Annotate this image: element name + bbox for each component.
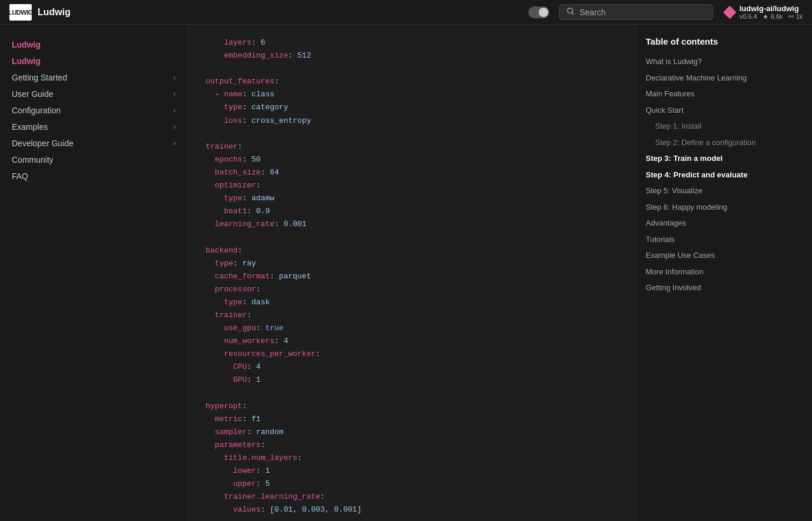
repo-details: ludwig-ai/ludwig v0.6.4 ★ 8.6k ⚯ 1k xyxy=(739,4,803,21)
sidebar-item-label: FAQ xyxy=(12,172,28,181)
code-line: type: adamw xyxy=(206,192,618,205)
search-placeholder: Search xyxy=(579,8,605,17)
sidebar-item-label: Ludwig xyxy=(12,40,41,49)
code-line: - name: class xyxy=(206,88,618,101)
code-line: loss: cross_entropy xyxy=(206,115,618,127)
sidebar-item-getting-started[interactable]: Getting Started › xyxy=(0,69,187,86)
repo-version: v0.6.4 xyxy=(739,13,757,21)
toc-item-main-features[interactable]: Main Features xyxy=(646,86,803,102)
code-line: lower: 1 xyxy=(206,465,618,478)
sidebar-item-faq[interactable]: FAQ xyxy=(0,168,187,184)
code-line: type: ray xyxy=(206,257,618,270)
logo-box: LUDWIG xyxy=(9,4,32,21)
sidebar-item-label: Ludwig xyxy=(12,56,41,66)
repo-stars: ★ 8.6k xyxy=(763,13,783,21)
code-line: use_gpu: true xyxy=(206,322,618,335)
sidebar-item-label: User Guide xyxy=(12,89,53,99)
main-content: layers: 6 embedding_size: 512 output_fea… xyxy=(188,25,636,521)
code-line: parameters: xyxy=(206,439,618,452)
code-line: learning_rate: 0.001 xyxy=(206,218,618,231)
sidebar-item-label: Community xyxy=(12,155,53,164)
code-line: sampler: random xyxy=(206,426,618,439)
logo-text: LUDWIG xyxy=(8,9,33,16)
toc-item-step5[interactable]: Step 5: Visualize xyxy=(646,183,803,199)
code-line: CPU: 4 xyxy=(206,361,618,374)
repo-stats: v0.6.4 ★ 8.6k ⚯ 1k xyxy=(739,13,803,21)
code-line: hyperopt: xyxy=(206,400,618,413)
search-icon xyxy=(566,7,575,17)
repo-name: ludwig-ai/ludwig xyxy=(739,4,803,13)
logo-area[interactable]: LUDWIG Ludwig xyxy=(9,4,71,21)
sidebar-item-community[interactable]: Community xyxy=(0,152,187,168)
code-line: metric: f1 xyxy=(206,413,618,426)
chevron-right-icon: › xyxy=(173,90,176,98)
toc-item-tutorials[interactable]: Tutorials xyxy=(646,231,803,248)
toc-item-advantages[interactable]: Advantages xyxy=(646,215,803,231)
repo-forks: ⚯ 1k xyxy=(788,13,803,21)
sidebar-item-label: Getting Started xyxy=(12,73,67,82)
theme-toggle[interactable] xyxy=(528,6,549,18)
toc-item-step6[interactable]: Step 6: Happy modeling xyxy=(646,199,803,216)
code-line xyxy=(206,127,618,140)
code-line: trainer: xyxy=(206,140,618,153)
svg-line-1 xyxy=(572,12,574,14)
toc-item-what-is-ludwig[interactable]: What is Ludwig? xyxy=(646,53,803,70)
site-title: Ludwig xyxy=(38,7,71,18)
sidebar-item-configuration[interactable]: Configuration › xyxy=(0,102,187,119)
sidebar-item-ludwig-brand[interactable]: Ludwig xyxy=(0,36,187,53)
code-line xyxy=(206,62,618,75)
sidebar-item-label: Examples xyxy=(12,122,48,132)
header: LUDWIG Ludwig Search ludwig-ai/ludwig v0… xyxy=(0,0,812,25)
toc-item-step2[interactable]: Step 2: Define a configuration xyxy=(646,135,803,151)
code-line: embedding_size: 512 xyxy=(206,49,618,62)
code-block: layers: 6 embedding_size: 512 output_fea… xyxy=(188,25,636,521)
code-line: optimizer: xyxy=(206,179,618,192)
sidebar: Ludwig Ludwig Getting Started › User Gui… xyxy=(0,25,188,521)
code-line: type: dask xyxy=(206,296,618,309)
chevron-right-icon: › xyxy=(173,139,176,147)
code-line: trainer: xyxy=(206,309,618,322)
code-line: output_features: xyxy=(206,75,618,88)
sidebar-item-label: Configuration xyxy=(12,106,61,115)
code-line: epochs: 50 xyxy=(206,153,618,166)
toc-item-step4[interactable]: Step 4: Predict and evaluate xyxy=(646,167,803,183)
repo-info[interactable]: ludwig-ai/ludwig v0.6.4 ★ 8.6k ⚯ 1k xyxy=(725,4,803,21)
sidebar-item-ludwig-active[interactable]: Ludwig xyxy=(0,53,187,69)
code-line: beat1: 0.9 xyxy=(206,205,618,218)
code-line: layers: 6 xyxy=(206,36,618,49)
code-line: values: [0.01, 0.003, 0.001] xyxy=(206,503,618,516)
toc-item-quick-start[interactable]: Quick Start xyxy=(646,102,803,119)
toc-item-step1[interactable]: Step 1: Install xyxy=(646,118,803,135)
toc-item-more-information[interactable]: More Information xyxy=(646,264,803,280)
code-line: title.num_layers: xyxy=(206,452,618,465)
code-line xyxy=(206,231,618,244)
repo-icon xyxy=(723,5,737,19)
toc-item-declarative-ml[interactable]: Declarative Machine Learning xyxy=(646,70,803,86)
code-line: upper: 5 xyxy=(206,478,618,490)
chevron-right-icon: › xyxy=(173,123,176,131)
sidebar-item-label: Developer Guide xyxy=(12,139,73,148)
code-line: resources_per_worker: xyxy=(206,348,618,361)
toc-title: Table of contents xyxy=(646,36,803,46)
chevron-right-icon: › xyxy=(173,73,176,82)
toc-item-getting-involved[interactable]: Getting Involved xyxy=(646,280,803,296)
sidebar-item-examples[interactable]: Examples › xyxy=(0,119,187,135)
code-line: backend: xyxy=(206,244,618,257)
sidebar-item-developer-guide[interactable]: Developer Guide › xyxy=(0,135,187,152)
code-line: processor: xyxy=(206,283,618,296)
toc-panel: Table of contents What is Ludwig? Declar… xyxy=(636,25,812,521)
code-line: trainer.learning_rate: xyxy=(206,490,618,503)
search-bar[interactable]: Search xyxy=(559,4,713,20)
sidebar-item-user-guide[interactable]: User Guide › xyxy=(0,86,187,102)
code-line xyxy=(206,387,618,400)
toc-item-example-use-cases[interactable]: Example Use Cases xyxy=(646,247,803,264)
code-line: num_workers: 4 xyxy=(206,335,618,348)
code-line: GPU: 1 xyxy=(206,374,618,386)
code-line: cache_format: parquet xyxy=(206,270,618,283)
page-layout: Ludwig Ludwig Getting Started › User Gui… xyxy=(0,25,812,521)
code-line: type: category xyxy=(206,101,618,114)
chevron-right-icon: › xyxy=(173,106,176,115)
code-line: batch_size: 64 xyxy=(206,166,618,179)
toc-item-step3[interactable]: Step 3: Train a model xyxy=(646,150,803,167)
